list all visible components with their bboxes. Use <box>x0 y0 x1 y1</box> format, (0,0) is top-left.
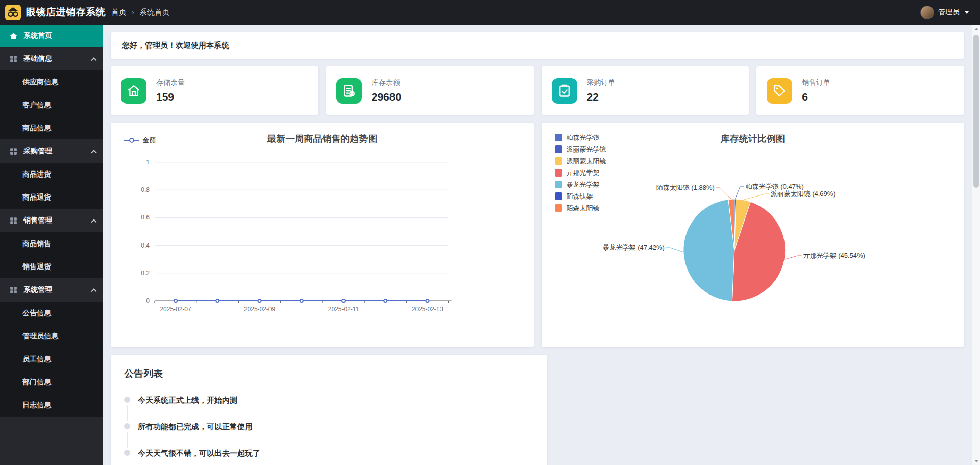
chevron-up-icon <box>91 57 96 63</box>
sidebar-item-label: 基础信息 <box>23 54 52 63</box>
sidebar-subitem[interactable]: 供应商信息 <box>0 70 103 93</box>
pie-legend: 帕森光学镜派丽蒙光学镜派丽蒙太阳镜亓那光学架暴龙光学架陌森钛架陌森太阳镜 <box>555 134 606 212</box>
data-point-marker[interactable] <box>426 299 429 302</box>
pie-legend-item[interactable]: 暴龙光学架 <box>555 181 606 188</box>
top-header: 眼镜店进销存系统 首页 › 系统首页 管理员 <box>0 0 980 25</box>
legend-color-chip <box>555 169 562 177</box>
sidebar-group[interactable]: 采购管理 <box>0 139 103 163</box>
announcement-text: 今天系统正式上线，开始内测 <box>138 396 237 404</box>
scrollbar-thumb[interactable] <box>973 35 979 188</box>
stat-value: 159 <box>156 91 185 103</box>
sidebar-group[interactable]: 系统管理 <box>0 278 103 302</box>
pie-label-line <box>735 187 744 199</box>
legend-label: 陌森钛架 <box>567 192 593 201</box>
pie-label-line <box>743 194 769 200</box>
pie-legend-item[interactable]: 派丽蒙太阳镜 <box>555 157 606 165</box>
pie-chart-title: 库存统计比例图 <box>542 133 965 145</box>
legend-label: 暴龙光学架 <box>567 180 600 189</box>
sidebar-submenu: 商品销售销售退货 <box>0 232 103 278</box>
user-name: 管理员 <box>938 8 960 17</box>
breadcrumb-home[interactable]: 首页 <box>111 8 127 17</box>
data-point-marker[interactable] <box>384 299 387 302</box>
stat-label: 存储余量 <box>156 78 185 87</box>
sidebar-subitem[interactable]: 部门信息 <box>0 371 103 394</box>
sidebar-subitem[interactable]: 客户信息 <box>0 93 103 116</box>
y-axis-tick-label: 0.6 <box>141 214 150 221</box>
stat-text: 库存余额29680 <box>372 78 401 103</box>
stat-card: 采购订单22 <box>542 66 749 115</box>
sidebar-subitem[interactable]: 销售退货 <box>0 255 103 278</box>
pie-legend-item[interactable]: 陌森钛架 <box>555 192 606 200</box>
sidebar-menu: 系统首页基础信息供应商信息客户信息商品信息采购管理商品进货商品退货销售管理商品销… <box>0 25 103 417</box>
inventory-icon <box>336 78 362 104</box>
announcement-item: 所有功能都已完成，可以正常使用 <box>124 422 534 449</box>
announcement-text: 今天天气很不错，可以出去一起玩了 <box>138 449 260 457</box>
sidebar-group[interactable]: 基础信息 <box>0 47 103 70</box>
welcome-text: 您好，管理员！欢迎使用本系统 <box>122 41 229 51</box>
app-title: 眼镜店进销存系统 <box>26 6 106 19</box>
sales-order-icon <box>767 78 792 104</box>
user-menu[interactable]: 管理员 <box>920 6 980 19</box>
legend-label: 陌森太阳镜 <box>567 204 600 213</box>
sidebar-item[interactable]: 系统首页 <box>0 25 103 47</box>
y-axis-tick-label: 1 <box>146 159 150 166</box>
data-point-marker[interactable] <box>342 299 345 302</box>
stat-value: 22 <box>587 91 616 103</box>
pie-legend-item[interactable]: 亓那光学架 <box>555 169 606 177</box>
stat-card: 库存余额29680 <box>326 66 534 115</box>
pie-slice[interactable] <box>683 200 734 301</box>
sidebar-submenu: 公告信息管理员信息员工信息部门信息日志信息 <box>0 302 103 417</box>
sidebar-subitem[interactable]: 商品信息 <box>0 116 103 139</box>
legend-label: 派丽蒙太阳镜 <box>567 157 606 166</box>
pie-label-line <box>785 256 802 259</box>
x-axis-tick-label: 2025-02-13 <box>412 306 444 313</box>
x-axis-tick-label: 2025-02-07 <box>160 306 191 313</box>
sidebar-subitem[interactable]: 公告信息 <box>0 302 103 325</box>
sidebar-group[interactable]: 销售管理 <box>0 209 103 232</box>
empty-space <box>555 355 965 465</box>
legend-color-chip <box>555 145 562 153</box>
data-point-marker[interactable] <box>300 299 303 302</box>
announcement-item: 今天天气很不错，可以出去一起玩了 <box>124 449 534 465</box>
sidebar-item-label: 系统首页 <box>23 31 52 40</box>
purchase-order-icon <box>552 78 577 104</box>
y-axis-tick-label: 0.4 <box>141 242 150 249</box>
legend-color-chip <box>555 157 562 165</box>
logo-area: 眼镜店进销存系统 <box>0 4 103 21</box>
y-axis-tick-label: 0.2 <box>141 270 150 277</box>
sidebar-subitem[interactable]: 日志信息 <box>0 394 103 417</box>
stat-text: 销售订单6 <box>802 78 830 103</box>
pie-legend-item[interactable]: 派丽蒙光学镜 <box>555 145 606 153</box>
pie-legend-item[interactable]: 陌森太阳镜 <box>555 204 606 212</box>
sidebar-subitem[interactable]: 商品进货 <box>0 163 103 186</box>
stat-label: 库存余额 <box>372 78 401 87</box>
page-scrollbar[interactable] <box>972 25 980 465</box>
sidebar-subitem[interactable]: 管理员信息 <box>0 325 103 348</box>
legend-color-chip <box>555 204 562 212</box>
welcome-banner: 您好，管理员！欢迎使用本系统 <box>111 32 964 59</box>
stat-card: 存储余量159 <box>111 66 318 115</box>
legend-label: 派丽蒙光学镜 <box>567 145 606 154</box>
data-point-marker[interactable] <box>174 299 177 302</box>
grid-icon <box>9 147 18 156</box>
sidebar: 系统首页基础信息供应商信息客户信息商品信息采购管理商品进货商品退货销售管理商品销… <box>0 25 103 465</box>
line-chart-card: 金额 最新一周商品销售的趋势图 00.20.40.60.812025-02-07… <box>111 123 534 347</box>
storage-icon <box>121 78 146 104</box>
data-point-marker[interactable] <box>258 299 261 302</box>
chevron-up-icon <box>91 150 96 155</box>
pie-slice-label: 暴龙光学架 (47.42%) <box>602 243 664 251</box>
scroll-up-arrow-icon[interactable] <box>972 25 980 33</box>
chevron-up-icon <box>91 219 96 225</box>
home-icon <box>9 32 18 40</box>
main-content: 您好，管理员！欢迎使用本系统 存储余量159库存余额29680采购订单22销售订… <box>103 25 972 465</box>
sidebar-subitem[interactable]: 商品销售 <box>0 232 103 255</box>
announcements-card: 公告列表 今天系统正式上线，开始内测所有功能都已完成，可以正常使用今天天气很不错… <box>111 355 547 465</box>
scroll-down-arrow-icon[interactable] <box>972 457 980 465</box>
sidebar-item-label: 系统管理 <box>23 285 52 295</box>
sidebar-subitem[interactable]: 员工信息 <box>0 348 103 371</box>
announcement-item: 今天系统正式上线，开始内测 <box>124 396 534 422</box>
grid-icon <box>9 55 18 63</box>
sidebar-subitem[interactable]: 商品退货 <box>0 186 103 209</box>
stat-value: 29680 <box>372 91 401 103</box>
data-point-marker[interactable] <box>216 299 219 302</box>
